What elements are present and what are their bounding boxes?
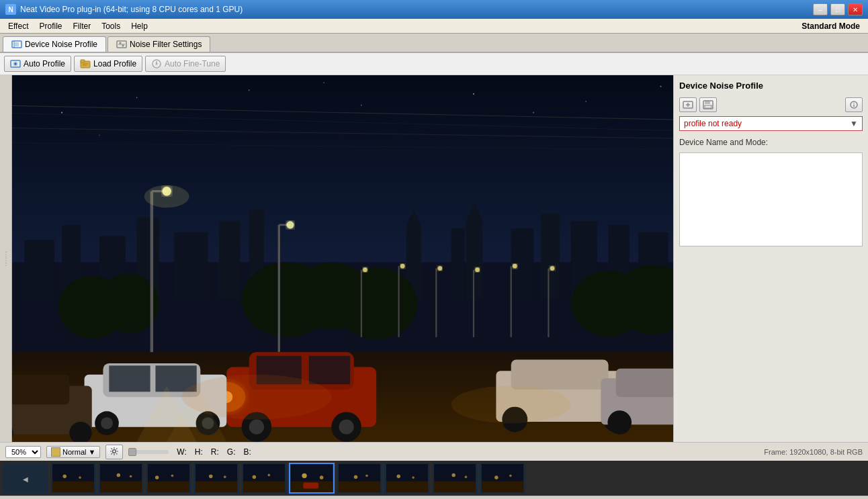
- svg-rect-134: [148, 482, 189, 492]
- film-thumb-9[interactable]: [432, 463, 478, 494]
- close-button[interactable]: ✕: [848, 3, 863, 15]
- tab-device-noise-label: Device Noise Profile: [25, 40, 97, 49]
- svg-point-105: [61, 112, 62, 114]
- titlebar: N Neat Video Pro plug-in (64-bit; using …: [0, 0, 868, 19]
- svg-point-61: [400, 264, 405, 269]
- svg-rect-73: [309, 356, 350, 384]
- load-profile-button[interactable]: Load Profile: [74, 56, 142, 72]
- titlebar-buttons: – □ ✕: [813, 3, 863, 15]
- svg-rect-36: [541, 214, 560, 300]
- svg-point-67: [513, 264, 517, 269]
- new-profile-button[interactable]: [679, 97, 697, 112]
- menu-profile[interactable]: Profile: [34, 20, 67, 32]
- film-thumb-10[interactable]: [480, 463, 525, 494]
- auto-finetune-button[interactable]: Auto Fine-Tune: [145, 56, 226, 72]
- auto-finetune-label: Auto Fine-Tune: [165, 59, 220, 69]
- svg-point-77: [339, 420, 353, 435]
- action-bar: Cancel Apply: [0, 496, 868, 499]
- svg-point-111: [660, 86, 661, 87]
- preview-slider[interactable]: [128, 450, 169, 454]
- auto-profile-label: Auto Profile: [24, 59, 65, 69]
- film-thumb-4[interactable]: [193, 463, 239, 494]
- maximize-button[interactable]: □: [830, 3, 845, 15]
- collapse-handle[interactable]: ⋮⋮⋮: [0, 75, 12, 442]
- film-thumb-2[interactable]: [98, 463, 144, 494]
- svg-point-122: [853, 103, 855, 104]
- film-thumb-1[interactable]: [50, 463, 96, 494]
- svg-rect-2: [15, 42, 19, 46]
- normal-mode-button[interactable]: Normal ▼: [46, 446, 100, 458]
- svg-point-112: [323, 82, 324, 83]
- svg-point-144: [267, 474, 270, 477]
- svg-point-5: [120, 42, 122, 44]
- filmstrip-thumb-container[interactable]: ◀: [3, 463, 48, 494]
- film-thumb-7[interactable]: [337, 463, 382, 494]
- minimize-button[interactable]: –: [813, 3, 828, 15]
- width-label: W:: [177, 447, 186, 457]
- svg-point-135: [155, 475, 159, 479]
- channel-info: W: H: R: G: B:: [177, 447, 251, 457]
- svg-point-65: [475, 267, 480, 272]
- svg-rect-130: [100, 482, 142, 492]
- svg-point-127: [62, 475, 66, 478]
- film-thumb-8[interactable]: [384, 463, 430, 494]
- mode-label: Standard Mode: [801, 21, 865, 31]
- save-profile-button[interactable]: [699, 97, 717, 112]
- profile-status-text: profile not ready: [684, 119, 742, 128]
- menu-help[interactable]: Help: [126, 20, 153, 32]
- settings-button[interactable]: [105, 445, 123, 459]
- svg-point-54: [144, 185, 189, 208]
- side-panel: Device Noise Profile: [673, 75, 868, 442]
- svg-point-114: [99, 134, 100, 136]
- red-channel: R:: [211, 447, 219, 457]
- svg-rect-159: [434, 482, 476, 492]
- svg-point-143: [253, 475, 256, 478]
- svg-point-156: [396, 475, 400, 478]
- svg-point-152: [354, 475, 357, 478]
- svg-point-147: [302, 473, 306, 478]
- svg-point-131: [117, 473, 120, 477]
- menubar: Effect Profile Filter Tools Help Standar…: [0, 19, 868, 34]
- tab-noise-filter[interactable]: Noise Filter Settings: [107, 36, 210, 52]
- svg-point-113: [533, 112, 534, 114]
- svg-rect-126: [52, 482, 94, 492]
- svg-rect-28: [219, 221, 240, 300]
- svg-rect-23: [24, 240, 54, 300]
- load-profile-label: Load Profile: [93, 59, 136, 69]
- svg-point-57: [286, 221, 294, 228]
- svg-rect-138: [196, 482, 237, 492]
- svg-rect-149: [303, 482, 318, 488]
- info-button[interactable]: [845, 97, 863, 112]
- svg-point-164: [494, 475, 498, 479]
- menu-filter[interactable]: Filter: [67, 20, 96, 32]
- film-thumb-6[interactable]: [289, 463, 335, 494]
- tab-noise-filter-label: Noise Filter Settings: [130, 40, 202, 49]
- film-thumb-5[interactable]: [241, 463, 287, 494]
- toolbar: Auto Profile Load Profile Auto Fine-Tune: [0, 53, 868, 75]
- auto-finetune-icon: [151, 58, 162, 69]
- svg-point-153: [365, 475, 368, 478]
- svg-point-86: [101, 417, 113, 429]
- svg-rect-89: [12, 375, 69, 405]
- svg-point-104: [451, 385, 571, 423]
- side-panel-title: Device Noise Profile: [679, 81, 863, 91]
- device-name-textbox[interactable]: [679, 152, 863, 246]
- svg-point-103: [181, 375, 331, 420]
- main-layout: ⋮⋮⋮: [0, 75, 868, 442]
- svg-point-63: [438, 266, 443, 271]
- app-icon: N: [5, 4, 16, 15]
- film-thumb-3[interactable]: [146, 463, 191, 494]
- zoom-select[interactable]: 50%: [5, 446, 41, 458]
- menu-tools[interactable]: Tools: [96, 20, 126, 32]
- side-panel-toolbar: [679, 97, 863, 112]
- blue-channel: B:: [243, 447, 251, 457]
- auto-profile-button[interactable]: Auto Profile: [4, 56, 71, 72]
- svg-point-136: [171, 475, 174, 478]
- menu-effect[interactable]: Effect: [3, 20, 34, 32]
- svg-point-99: [607, 410, 632, 435]
- svg-rect-98: [616, 369, 673, 397]
- svg-rect-93: [511, 359, 609, 390]
- tab-device-noise[interactable]: Device Noise Profile: [3, 36, 106, 52]
- svg-rect-27: [174, 232, 208, 300]
- profile-status-dropdown[interactable]: profile not ready ▼: [679, 116, 863, 131]
